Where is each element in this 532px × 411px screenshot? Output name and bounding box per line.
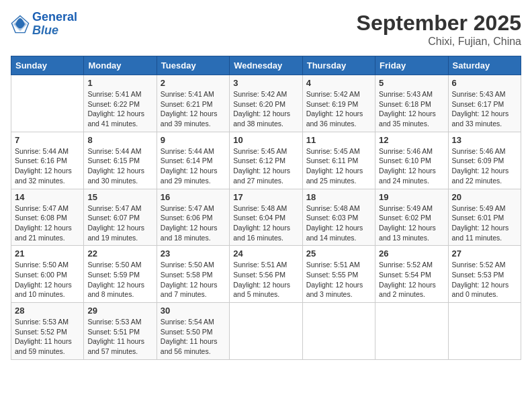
day-number: 28 <box>15 306 80 316</box>
day-number: 30 <box>161 306 226 316</box>
calendar-cell: 26Sunrise: 5:52 AM Sunset: 5:54 PM Dayli… <box>375 246 448 303</box>
calendar-cell <box>375 303 448 360</box>
day-of-week-header: Tuesday <box>157 56 229 75</box>
calendar-cell: 3Sunrise: 5:42 AM Sunset: 6:20 PM Daylig… <box>230 75 302 132</box>
day-info: Sunrise: 5:44 AM Sunset: 6:15 PM Dayligh… <box>87 146 152 186</box>
calendar-cell <box>448 303 521 360</box>
day-info: Sunrise: 5:46 AM Sunset: 6:09 PM Dayligh… <box>452 146 517 186</box>
day-info: Sunrise: 5:43 AM Sunset: 6:18 PM Dayligh… <box>379 89 444 129</box>
calendar-cell: 15Sunrise: 5:47 AM Sunset: 6:07 PM Dayli… <box>84 189 157 246</box>
day-number: 24 <box>233 248 298 259</box>
day-of-week-header: Friday <box>375 56 448 75</box>
calendar-header-row: SundayMondayTuesdayWednesdayThursdayFrid… <box>11 56 521 75</box>
day-number: 8 <box>87 135 152 145</box>
calendar-cell: 10Sunrise: 5:45 AM Sunset: 6:12 PM Dayli… <box>230 132 302 189</box>
day-number: 2 <box>161 78 226 88</box>
day-number: 13 <box>452 135 517 145</box>
title-block: September 2025 Chixi, Fujian, China <box>357 11 521 48</box>
calendar-cell: 22Sunrise: 5:50 AM Sunset: 5:59 PM Dayli… <box>84 246 157 303</box>
calendar-cell: 28Sunrise: 5:53 AM Sunset: 5:52 PM Dayli… <box>11 303 84 360</box>
day-info: Sunrise: 5:50 AM Sunset: 5:59 PM Dayligh… <box>87 260 152 300</box>
day-info: Sunrise: 5:45 AM Sunset: 6:11 PM Dayligh… <box>306 146 371 186</box>
day-number: 1 <box>87 78 152 88</box>
calendar-cell <box>230 303 302 360</box>
day-info: Sunrise: 5:48 AM Sunset: 6:04 PM Dayligh… <box>233 203 298 243</box>
calendar-cell: 13Sunrise: 5:46 AM Sunset: 6:09 PM Dayli… <box>448 132 521 189</box>
day-number: 26 <box>379 248 444 259</box>
day-info: Sunrise: 5:52 AM Sunset: 5:53 PM Dayligh… <box>452 260 517 300</box>
day-number: 21 <box>15 248 80 259</box>
day-info: Sunrise: 5:43 AM Sunset: 6:17 PM Dayligh… <box>452 89 517 129</box>
day-info: Sunrise: 5:41 AM Sunset: 6:22 PM Dayligh… <box>87 89 152 129</box>
day-number: 18 <box>306 192 371 202</box>
day-number: 29 <box>87 306 152 316</box>
day-number: 16 <box>161 192 226 202</box>
day-number: 17 <box>233 192 298 202</box>
day-info: Sunrise: 5:47 AM Sunset: 6:06 PM Dayligh… <box>161 203 226 243</box>
calendar-cell: 16Sunrise: 5:47 AM Sunset: 6:06 PM Dayli… <box>157 189 229 246</box>
page-header: General Blue September 2025 Chixi, Fujia… <box>11 11 521 48</box>
day-number: 23 <box>161 248 226 259</box>
calendar-cell: 12Sunrise: 5:46 AM Sunset: 6:10 PM Dayli… <box>375 132 448 189</box>
calendar-cell: 23Sunrise: 5:50 AM Sunset: 5:58 PM Dayli… <box>157 246 229 303</box>
day-number: 12 <box>379 135 444 145</box>
day-info: Sunrise: 5:46 AM Sunset: 6:10 PM Dayligh… <box>379 146 444 186</box>
calendar-cell: 27Sunrise: 5:52 AM Sunset: 5:53 PM Dayli… <box>448 246 521 303</box>
day-info: Sunrise: 5:47 AM Sunset: 6:08 PM Dayligh… <box>15 203 80 243</box>
day-info: Sunrise: 5:51 AM Sunset: 5:55 PM Dayligh… <box>306 260 371 300</box>
day-number: 3 <box>233 78 298 88</box>
calendar-cell: 6Sunrise: 5:43 AM Sunset: 6:17 PM Daylig… <box>448 75 521 132</box>
calendar-cell: 7Sunrise: 5:44 AM Sunset: 6:16 PM Daylig… <box>11 132 84 189</box>
day-number: 11 <box>306 135 371 145</box>
calendar-cell: 1Sunrise: 5:41 AM Sunset: 6:22 PM Daylig… <box>84 75 157 132</box>
calendar-cell: 30Sunrise: 5:54 AM Sunset: 5:50 PM Dayli… <box>157 303 229 360</box>
calendar-cell: 29Sunrise: 5:53 AM Sunset: 5:51 PM Dayli… <box>84 303 157 360</box>
day-info: Sunrise: 5:50 AM Sunset: 6:00 PM Dayligh… <box>15 260 80 300</box>
day-number: 15 <box>87 192 152 202</box>
calendar-week-row: 21Sunrise: 5:50 AM Sunset: 6:00 PM Dayli… <box>11 246 521 303</box>
day-number: 5 <box>379 78 444 88</box>
day-info: Sunrise: 5:54 AM Sunset: 5:50 PM Dayligh… <box>161 317 226 357</box>
day-number: 20 <box>452 192 517 202</box>
logo: General Blue <box>11 11 77 38</box>
day-info: Sunrise: 5:48 AM Sunset: 6:03 PM Dayligh… <box>306 203 371 243</box>
day-info: Sunrise: 5:44 AM Sunset: 6:14 PM Dayligh… <box>161 146 226 186</box>
day-of-week-header: Monday <box>84 56 157 75</box>
day-number: 25 <box>306 248 371 259</box>
calendar-cell: 14Sunrise: 5:47 AM Sunset: 6:08 PM Dayli… <box>11 189 84 246</box>
calendar-cell: 21Sunrise: 5:50 AM Sunset: 6:00 PM Dayli… <box>11 246 84 303</box>
day-number: 9 <box>161 135 226 145</box>
day-of-week-header: Thursday <box>302 56 375 75</box>
calendar-cell: 11Sunrise: 5:45 AM Sunset: 6:11 PM Dayli… <box>302 132 375 189</box>
calendar-cell: 8Sunrise: 5:44 AM Sunset: 6:15 PM Daylig… <box>84 132 157 189</box>
day-of-week-header: Saturday <box>448 56 521 75</box>
location-subtitle: Chixi, Fujian, China <box>357 36 521 48</box>
day-info: Sunrise: 5:44 AM Sunset: 6:16 PM Dayligh… <box>15 146 80 186</box>
calendar-cell: 18Sunrise: 5:48 AM Sunset: 6:03 PM Dayli… <box>302 189 375 246</box>
day-info: Sunrise: 5:52 AM Sunset: 5:54 PM Dayligh… <box>379 260 444 300</box>
calendar-week-row: 14Sunrise: 5:47 AM Sunset: 6:08 PM Dayli… <box>11 189 521 246</box>
calendar-cell: 9Sunrise: 5:44 AM Sunset: 6:14 PM Daylig… <box>157 132 229 189</box>
calendar-week-row: 7Sunrise: 5:44 AM Sunset: 6:16 PM Daylig… <box>11 132 521 189</box>
day-info: Sunrise: 5:49 AM Sunset: 6:02 PM Dayligh… <box>379 203 444 243</box>
calendar-cell: 24Sunrise: 5:51 AM Sunset: 5:56 PM Dayli… <box>230 246 302 303</box>
calendar-cell: 19Sunrise: 5:49 AM Sunset: 6:02 PM Dayli… <box>375 189 448 246</box>
calendar-cell: 25Sunrise: 5:51 AM Sunset: 5:55 PM Dayli… <box>302 246 375 303</box>
day-number: 14 <box>15 192 80 202</box>
day-number: 19 <box>379 192 444 202</box>
calendar-week-row: 28Sunrise: 5:53 AM Sunset: 5:52 PM Dayli… <box>11 303 521 360</box>
day-info: Sunrise: 5:47 AM Sunset: 6:07 PM Dayligh… <box>87 203 152 243</box>
calendar-cell <box>11 75 84 132</box>
month-title: September 2025 <box>357 11 521 36</box>
logo-icon <box>11 15 30 34</box>
day-info: Sunrise: 5:51 AM Sunset: 5:56 PM Dayligh… <box>233 260 298 300</box>
day-info: Sunrise: 5:53 AM Sunset: 5:52 PM Dayligh… <box>15 317 80 357</box>
day-info: Sunrise: 5:49 AM Sunset: 6:01 PM Dayligh… <box>452 203 517 243</box>
day-of-week-header: Sunday <box>11 56 84 75</box>
calendar-cell: 5Sunrise: 5:43 AM Sunset: 6:18 PM Daylig… <box>375 75 448 132</box>
calendar-cell <box>302 303 375 360</box>
logo-text: General Blue <box>32 11 77 38</box>
calendar-cell: 4Sunrise: 5:42 AM Sunset: 6:19 PM Daylig… <box>302 75 375 132</box>
day-number: 4 <box>306 78 371 88</box>
calendar-cell: 17Sunrise: 5:48 AM Sunset: 6:04 PM Dayli… <box>230 189 302 246</box>
